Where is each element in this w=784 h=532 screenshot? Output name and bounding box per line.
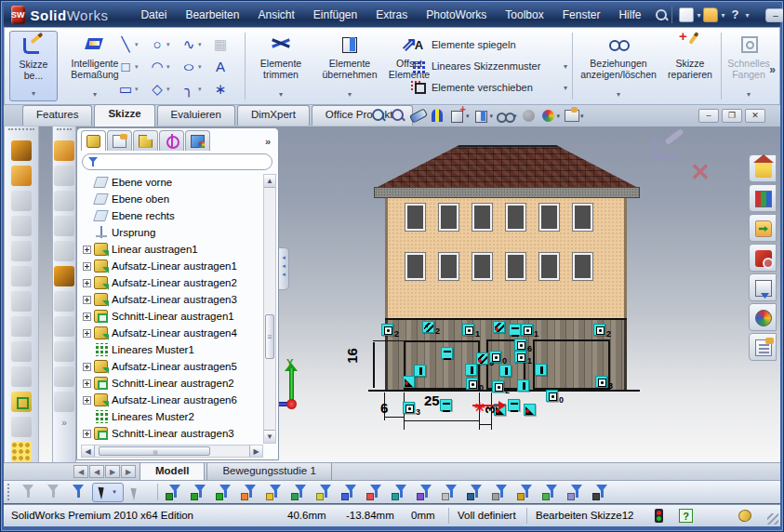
display-delete-relations-button[interactable]: Beziehungenanzeigen/löschen ▾: [578, 31, 659, 101]
hud-button[interactable]: ▾: [371, 108, 387, 124]
prev-tab-button[interactable]: ◀: [89, 465, 104, 478]
sketch-dimension[interactable]: 6: [380, 400, 388, 416]
tree-item[interactable]: Schnitt-Linear austragen2: [81, 375, 263, 392]
toolbar-icon[interactable]: [54, 140, 74, 161]
menu-item[interactable]: PhotoWorks: [418, 6, 495, 24]
filter-icon[interactable]: [339, 483, 362, 501]
featuremanager-tab[interactable]: [185, 130, 210, 151]
toolbar-icon[interactable]: [11, 392, 32, 412]
tree-item[interactable]: Aufsatz-Linear austragen4: [81, 325, 263, 341]
filter-icon[interactable]: [314, 483, 337, 501]
featuremanager-filter[interactable]: [82, 153, 272, 170]
dropdown-caret-icon[interactable]: ▾: [466, 113, 470, 120]
linear-sketch-pattern-button[interactable]: Lineares Skizzenmuster▾: [411, 56, 567, 76]
tree-item[interactable]: Linear austragen1: [81, 241, 263, 258]
scroll-up-arrow[interactable]: ▲: [264, 175, 275, 188]
scroll-thumb[interactable]: [265, 314, 274, 359]
filter-icon[interactable]: [289, 483, 312, 501]
taskpane-tab[interactable]: [749, 303, 777, 331]
hud-button[interactable]: ▾: [391, 108, 406, 124]
dropdown-caret-icon[interactable]: ▾: [135, 63, 139, 71]
dropdown-caret-icon[interactable]: ▾: [580, 113, 584, 120]
filter-icon[interactable]: [365, 483, 387, 501]
command-tab[interactable]: Evaluieren: [157, 105, 235, 126]
dropdown-caret-icon[interactable]: ▾: [166, 41, 170, 48]
filter-icon[interactable]: [214, 483, 236, 501]
command-tab[interactable]: Skizze: [94, 104, 154, 126]
command-tab[interactable]: Features: [22, 105, 92, 126]
sketch-tool-button[interactable]: ○▾: [148, 33, 179, 56]
quick-tips-icon[interactable]: ?: [679, 509, 693, 523]
sketch-relation-icon[interactable]: [524, 404, 536, 416]
expand-toggle[interactable]: [83, 296, 91, 304]
sketch-relation-icon[interactable]: [440, 399, 452, 411]
first-tab-button[interactable]: ◀: [73, 465, 88, 478]
toolbar-icon[interactable]: [54, 241, 74, 261]
sketch-relation-icon[interactable]: 3: [595, 376, 607, 388]
scroll-right-arrow[interactable]: ▶: [249, 446, 262, 457]
tree-item[interactable]: Ebene vorne: [81, 174, 263, 191]
tree-item[interactable]: Ebene rechts: [81, 207, 263, 224]
hud-button[interactable]: ▾: [473, 108, 494, 124]
document-tab[interactable]: Modell: [140, 463, 205, 481]
sketch-relation-icon[interactable]: [403, 376, 415, 388]
featuremanager-tab[interactable]: [107, 130, 132, 151]
expand-toggle[interactable]: [83, 396, 91, 405]
toolbar-icon[interactable]: [11, 140, 32, 161]
dropdown-caret-icon[interactable]: ▾: [557, 113, 561, 120]
tree-item[interactable]: Lineares Muster2: [81, 408, 263, 425]
toolbar-icon[interactable]: [11, 191, 32, 211]
filter-icon[interactable]: [515, 483, 538, 501]
sketch-dimension[interactable]: 16: [344, 348, 360, 364]
all-filters-icon[interactable]: [67, 483, 89, 501]
sketch-line[interactable]: [404, 420, 480, 421]
filter-icon[interactable]: [565, 483, 588, 501]
sketch-tool-button[interactable]: ∿▾: [179, 33, 211, 56]
toolbar-icon[interactable]: [11, 442, 32, 462]
sketch-relation-icon[interactable]: 1: [521, 324, 533, 336]
graphics-area[interactable]: 22112506102303 166253 Y Z ✳ ✕ » »: [4, 126, 780, 462]
toolbar-icon[interactable]: [11, 417, 32, 437]
cancel-sketch-icon[interactable]: ✕: [690, 158, 711, 187]
command-tab[interactable]: DimXpert: [237, 105, 310, 126]
sketch-tool-button[interactable]: A▾: [211, 56, 243, 78]
sketch-line[interactable]: [385, 417, 405, 418]
sketch-relation-icon[interactable]: 0: [466, 378, 478, 390]
sketch-relation-icon[interactable]: 3: [403, 402, 415, 414]
filter-icon[interactable]: [415, 483, 437, 501]
tree-item[interactable]: Aufsatz-Linear austragen6: [81, 392, 263, 408]
repair-sketch-button[interactable]: Skizzereparieren: [663, 31, 717, 101]
sketch-relation-icon[interactable]: 0: [546, 390, 558, 402]
tree-item[interactable]: Aufsatz-Linear austragen2: [81, 274, 263, 291]
expand-toggle[interactable]: [83, 363, 91, 371]
toolbar-icon[interactable]: [54, 341, 74, 362]
dropdown-caret-icon[interactable]: ▾: [198, 41, 202, 48]
toolbar-icon[interactable]: [11, 166, 32, 186]
sketch-dimension[interactable]: 25: [424, 392, 440, 408]
trim-entities-button[interactable]: Elementetrimmen ▾: [249, 31, 312, 101]
featuremanager-filter-input[interactable]: [101, 155, 266, 168]
sketch-relation-icon[interactable]: [517, 379, 529, 392]
convert-entities-button[interactable]: Elementeübernehmen ▾: [315, 31, 384, 101]
toolbar-icon[interactable]: [54, 216, 74, 236]
menu-item[interactable]: Fenster: [554, 6, 609, 24]
help-icon[interactable]: ?: [727, 7, 742, 22]
sketch-tool-button[interactable]: □▾: [116, 56, 148, 78]
taskpane-tab[interactable]: [749, 273, 777, 301]
expand-toggle[interactable]: [83, 313, 91, 321]
sketch-relation-icon[interactable]: 1: [462, 324, 474, 336]
sketch-line[interactable]: [480, 424, 491, 425]
toolbar-icon[interactable]: [54, 366, 74, 387]
toolbar-icon[interactable]: [11, 291, 32, 312]
toolbar-icon[interactable]: [11, 341, 32, 362]
toolbar-icon[interactable]: [11, 241, 32, 261]
featuremanager-tab[interactable]: [81, 130, 106, 151]
tree-item[interactable]: Schnitt-Linear austragen3: [81, 425, 263, 442]
filter-icon[interactable]: [591, 483, 613, 501]
filter-icon[interactable]: [540, 483, 563, 501]
hud-button[interactable]: ▾: [430, 108, 445, 124]
toolbar-icon[interactable]: [11, 316, 32, 337]
sketch-tool-button[interactable]: ○▾: [179, 56, 211, 78]
toolbar-icon[interactable]: [11, 216, 32, 236]
sketch-relation-icon[interactable]: [414, 365, 426, 377]
